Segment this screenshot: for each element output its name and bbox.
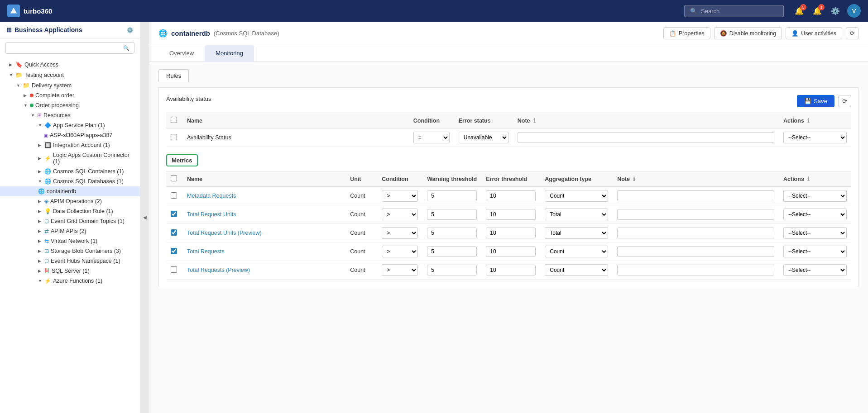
sidebar-item-cosmos-sql-databases[interactable]: ▼ 🌐 Cosmos SQL Databases (1) [0,176,140,186]
metrics-aggregation-select[interactable]: CountTotalAverageMinimumMaximum [545,209,608,220]
metrics-row-checkbox[interactable] [171,248,177,254]
sidebar-item-containerdb[interactable]: 🌐 containerdb [0,186,140,196]
metrics-row-name-link[interactable]: Total Requests (Preview) [187,267,250,273]
metrics-action-select[interactable]: --Select--EmailWebhookAlert [783,190,847,202]
sidebar-search-input[interactable] [10,45,120,51]
sidebar-collapse-button[interactable]: ◀ [140,22,149,413]
settings-icon[interactable]: ⚙️ [829,5,842,17]
availability-action-select[interactable]: --Select-- [783,132,847,143]
metrics-row-name-link[interactable]: Total Request Units (Preview) [187,230,262,236]
rules-tab-button[interactable]: Rules [158,69,189,82]
metrics-row-name-link[interactable]: Metadata Requests [187,193,236,199]
metrics-aggregation-select[interactable]: CountTotalAverageMinimumMaximum [545,246,608,257]
sidebar-search-box[interactable]: 🔍 [5,42,134,54]
metrics-condition-select[interactable]: ><=>=<= [382,246,418,257]
metrics-note-input[interactable] [617,265,774,275]
metrics-row-checkbox[interactable] [171,229,177,236]
tab-overview[interactable]: Overview [158,45,205,62]
metrics-error-input[interactable] [486,190,536,201]
notifications-bell[interactable]: 🔔 3 [793,5,806,17]
sidebar-item-virtual-network[interactable]: ▶ ⇆ Virtual Network (1) [0,236,140,246]
metrics-note-input[interactable] [617,246,774,257]
metrics-action-select[interactable]: --Select--EmailWebhookAlert [783,264,847,276]
metrics-note-input[interactable] [617,228,774,238]
sidebar-item-quick-access[interactable]: ▶ 🔖 Quick Access [0,59,140,70]
metrics-aggregation-select[interactable]: CountTotalAverageMinimumMaximum [545,190,608,202]
sidebar-item-apim-operations[interactable]: ▶ ◈ APIM Operations (2) [0,196,140,206]
metrics-row-name-link[interactable]: Total Requests [187,248,225,255]
metrics-condition-select[interactable]: ><=>=<= [382,264,418,276]
search-box[interactable]: 🔍 [684,5,784,17]
metrics-condition-select[interactable]: ><=>=<= [382,227,418,239]
metrics-row-checkbox[interactable] [171,266,177,273]
metrics-aggregation-select[interactable]: CountTotalAverageMinimumMaximum [545,264,608,276]
metrics-action-select[interactable]: --Select--EmailWebhookAlert [783,209,847,220]
metrics-col-actions: Actions ℹ [779,171,851,187]
search-input[interactable] [701,8,778,14]
sidebar-item-resources[interactable]: ▼ ⊞ Resources [0,110,140,120]
sidebar-item-cosmos-sql-containers[interactable]: ▶ 🌐 Cosmos SQL Containers (1) [0,166,140,176]
metrics-row-checkbox[interactable] [171,211,177,217]
metrics-aggregation-select[interactable]: CountTotalAverageMinimumMaximum [545,227,608,239]
metrics-warning-input[interactable] [427,190,477,201]
metrics-row-unit: Count [345,187,377,205]
metrics-action-select[interactable]: --Select--EmailWebhookAlert [783,227,847,239]
apim-apis-icon: ⇄ [44,228,49,234]
availability-select-all-checkbox[interactable] [171,117,177,123]
metrics-select-all-checkbox[interactable] [171,175,177,181]
metrics-warning-input[interactable] [427,228,477,238]
sidebar-item-delivery-system[interactable]: ▼ 📁 Delivery system [0,80,140,90]
sidebar-item-data-collection-rule[interactable]: ▶ 💡 Data Collection Rule (1) [0,206,140,216]
more-actions-button[interactable]: ⟳ [846,27,859,39]
metrics-note-input[interactable] [617,190,774,201]
metrics-condition-select[interactable]: ><=>=<= [382,209,418,220]
user-avatar[interactable]: V [847,4,861,18]
sidebar-settings-icon[interactable]: ⚙️ [126,27,134,33]
chevron-icon: ▶ [38,143,43,147]
sidebar-item-sql-server[interactable]: ▶ 🗄 SQL Server (1) [0,266,140,276]
sidebar-item-app-service-plan[interactable]: ▼ 🔷 App Service Plan (1) [0,120,140,130]
metrics-error-input[interactable] [486,228,536,238]
metrics-row-name-link[interactable]: Total Request Units [187,211,236,218]
metrics-condition-select[interactable]: ><=>=<= [382,190,418,202]
availability-row-checkbox[interactable] [171,134,177,140]
tab-monitoring[interactable]: Monitoring [205,45,254,62]
metrics-row-unit: Count [345,261,377,280]
metrics-error-input[interactable] [486,209,536,220]
logo [7,5,20,17]
sidebar-item-storage-blob[interactable]: ▶ ⊡ Storage Blob Containers (3) [0,246,140,256]
sidebar-item-event-grid-domain[interactable]: ▶ ⬡ Event Grid Domain Topics (1) [0,216,140,226]
sidebar-item-apim-apis[interactable]: ▶ ⇄ APIM APIs (2) [0,226,140,236]
sidebar-item-event-hubs[interactable]: ▶ ⬡ Event Hubs Namespace (1) [0,256,140,266]
functions-icon: ⚡ [44,278,51,284]
properties-button[interactable]: 📋 Properties [663,27,710,39]
eventhubs-icon: ⬡ [44,258,49,264]
refresh-button[interactable]: ⟳ [838,95,851,107]
availability-error-status-select[interactable]: Unavailable Available [459,132,508,143]
metrics-warning-input[interactable] [427,246,477,257]
metrics-row-checkbox[interactable] [171,192,177,199]
metrics-action-select[interactable]: --Select--EmailWebhookAlert [783,246,847,257]
sidebar-item-asp[interactable]: ▣ ASP-sl360APIapps-a387 [0,130,140,140]
alerts-bell[interactable]: 🔔 1 [811,5,824,17]
event-icon: ⬡ [44,218,49,224]
availability-note-input[interactable] [518,132,774,143]
save-button[interactable]: 💾 Save [797,95,834,107]
availability-condition-select[interactable]: = [413,132,450,143]
metrics-error-input[interactable] [486,265,536,275]
sidebar-item-azure-functions[interactable]: ▼ ⚡ Azure Functions (1) [0,276,140,286]
metrics-warning-input[interactable] [427,209,477,220]
sidebar-item-complete-order[interactable]: ▶ Complete order [0,90,140,100]
metrics-note-input[interactable] [617,209,774,220]
chevron-icon: ▼ [38,123,43,128]
sidebar-item-integration-account[interactable]: ▶ 🔲 Integration Account (1) [0,140,140,150]
sidebar-item-logic-apps-connector[interactable]: ▶ ⚡ Logic Apps Custom Connector (1) [0,150,140,166]
metrics-error-input[interactable] [486,246,536,257]
sidebar-item-testing-account[interactable]: ▼ 📁 Testing account [0,70,140,80]
user-activities-button[interactable]: 👤 User activities [786,27,842,39]
metrics-warning-input[interactable] [427,265,477,275]
sidebar-item-label: Cosmos SQL Containers (1) [53,168,124,175]
sidebar-item-order-processing[interactable]: ▼ Order processing [0,100,140,110]
disable-monitoring-button[interactable]: 🔕 Disable monitoring [714,27,782,39]
availability-table: Name Condition Error status Note ℹ Actio… [166,113,851,147]
